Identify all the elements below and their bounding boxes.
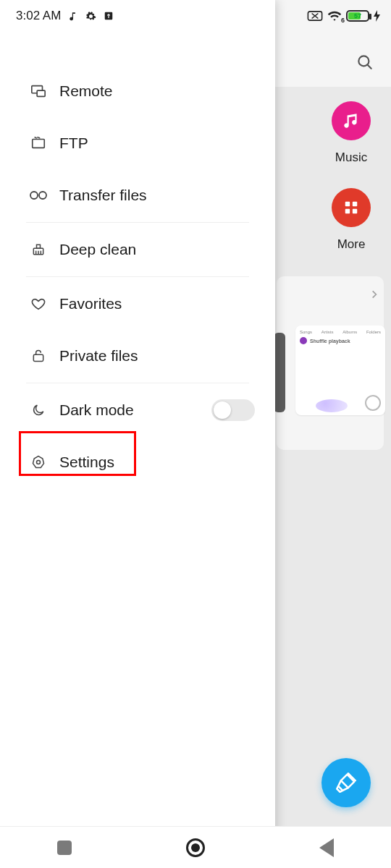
status-bar: 3:02 AM 6 57 (0, 0, 391, 32)
category-tile-label: Music (311, 150, 391, 165)
category-tile-label: More (311, 237, 391, 252)
drawer-item-ftp[interactable]: FTP (0, 117, 275, 169)
nav-back[interactable] (319, 838, 334, 857)
search-icon (356, 53, 374, 72)
lock-icon (26, 348, 51, 364)
drawer-item-label: Favorites (59, 295, 122, 312)
svg-point-10 (30, 192, 38, 199)
drawer-item-label: Dark mode (59, 401, 134, 419)
music-icon (332, 101, 371, 140)
svg-point-11 (39, 192, 46, 199)
svg-rect-17 (33, 354, 43, 361)
charging-icon (374, 10, 381, 22)
dark-mode-toggle[interactable] (211, 399, 255, 421)
drawer-item-remote[interactable]: Remote (0, 65, 275, 117)
nav-recents[interactable] (57, 841, 72, 855)
drawer-item-label: Transfer files (59, 187, 147, 204)
drawer-item-dark-mode[interactable]: Dark mode (0, 384, 275, 436)
search-button[interactable] (352, 49, 378, 75)
wifi-icon (327, 10, 342, 22)
category-tile-music[interactable]: Music (311, 101, 391, 165)
svg-rect-13 (37, 244, 41, 248)
svg-rect-8 (37, 90, 45, 96)
mini-card-tabs: Songs Artists Albums Folders (300, 330, 381, 334)
drawer-item-label: Remote (59, 82, 113, 100)
svg-rect-3 (353, 202, 357, 206)
svg-point-19 (37, 461, 41, 464)
svg-marker-18 (33, 456, 44, 468)
drawer-item-label: Deep clean (59, 241, 136, 258)
transfer-icon (26, 190, 51, 200)
gear-icon (26, 455, 51, 469)
svg-rect-9 (33, 140, 45, 148)
drawer-item-settings[interactable]: Settings (0, 436, 275, 488)
play-icon (300, 337, 307, 344)
broom-small-icon (26, 242, 51, 257)
mini-card-art (316, 399, 348, 412)
upload-status-icon (104, 11, 114, 21)
drawer-item-private[interactable]: Private files (0, 330, 275, 382)
cleaner-fab[interactable] (321, 758, 371, 807)
ftp-icon (26, 135, 51, 151)
drawer-item-label: Private files (59, 347, 138, 365)
divider (26, 276, 249, 277)
recent-thumb-music-app[interactable]: Songs Artists Albums Folders Shuffle pla… (295, 326, 385, 415)
settings-status-icon (85, 11, 96, 22)
side-drawer: Remote FTP Transfer files Deep clean Fav… (0, 0, 275, 868)
status-time: 3:02 AM (16, 9, 61, 23)
divider (26, 383, 249, 383)
drawer-item-favorites[interactable]: Favorites (0, 278, 275, 330)
svg-line-1 (367, 64, 371, 68)
music-note-icon (68, 11, 78, 21)
chevron-right-icon[interactable] (369, 289, 379, 299)
drawer-item-transfer[interactable]: Transfer files (0, 169, 275, 221)
nav-home[interactable] (186, 838, 205, 857)
grid-icon (332, 188, 371, 227)
drawer-item-label: FTP (59, 135, 88, 152)
divider (26, 222, 249, 223)
heart-icon (26, 296, 51, 312)
broom-icon (334, 770, 358, 795)
category-tile-more[interactable]: More (311, 188, 391, 252)
drawer-item-deep-clean[interactable]: Deep clean (0, 224, 275, 276)
mini-card-row: Shuffle playback (300, 337, 381, 344)
moon-icon (26, 403, 51, 417)
recent-thumb-dark (274, 333, 285, 412)
drawer-item-label: Settings (59, 454, 114, 471)
svg-line-6 (339, 787, 342, 790)
no-sim-icon (307, 11, 323, 21)
system-nav-bar (0, 826, 391, 868)
battery-indicator: 57 (346, 10, 369, 22)
mini-card-play-ring (365, 395, 381, 411)
remote-icon (26, 83, 51, 99)
svg-rect-5 (353, 209, 357, 213)
svg-rect-2 (345, 202, 350, 206)
svg-rect-4 (345, 209, 350, 213)
